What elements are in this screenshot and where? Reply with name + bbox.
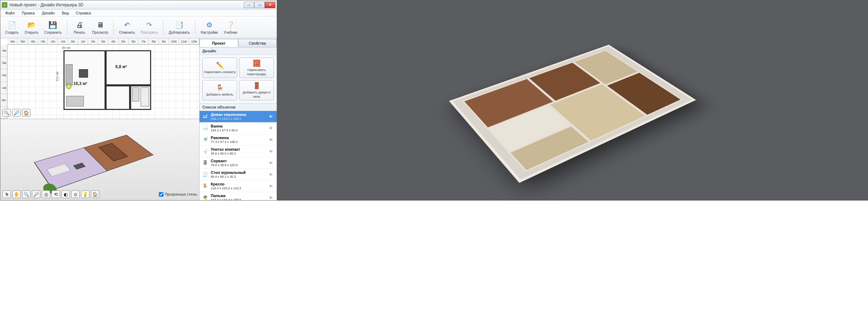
close-button[interactable]: ✕ xyxy=(265,2,275,8)
zoom-in-button[interactable]: 🔍 xyxy=(22,190,31,198)
object-row[interactable]: 🧾Стол журнальный80.4 x 80.1 x 30.3👁 xyxy=(200,169,277,181)
ruler-tick: 0м xyxy=(0,94,7,106)
tutorial-button[interactable]: ❔Учебник xyxy=(222,18,239,37)
zoom-in-button[interactable]: 🔍 xyxy=(2,109,11,117)
furniture-toilet[interactable] xyxy=(132,87,139,102)
create-button[interactable]: 📄Создать xyxy=(3,18,21,37)
object-icon: 🗄 xyxy=(202,159,209,166)
object-row[interactable]: 🗄Сервант79.0 x 39.6 x 222.0👁 xyxy=(200,157,277,169)
zoom-out-button[interactable]: 🔎 xyxy=(12,109,21,117)
zoom-out-button[interactable]: 🔎 xyxy=(32,190,40,198)
undo-button[interactable]: ↶Отменить xyxy=(117,18,137,37)
visibility-toggle-icon[interactable]: 👁 xyxy=(269,184,275,188)
tool-pan-button[interactable]: ✋ xyxy=(12,190,21,198)
furniture-bathtub[interactable] xyxy=(141,87,149,106)
tool-rotate-button[interactable]: ⟲ xyxy=(52,190,60,198)
monitor-icon: 🖥 xyxy=(95,20,105,30)
ruler-tick: 8м xyxy=(149,38,159,44)
menu-edit[interactable]: Правка xyxy=(19,10,38,16)
draw-partition-button[interactable]: 🧱Нарисовать перегородку xyxy=(239,58,274,78)
visibility-toggle-icon[interactable]: 👁 xyxy=(269,196,275,200)
furniture-sofa[interactable] xyxy=(66,96,84,106)
object-dims: 80.4 x 80.1 x 30.3 xyxy=(211,175,267,179)
floppy-icon: 💾 xyxy=(48,20,58,30)
separator xyxy=(195,20,195,35)
ruler-tick: 7м xyxy=(139,38,149,44)
object-dims: 127.4 x 116.2 x 158.5 xyxy=(211,198,267,200)
home-button[interactable]: 🏠 xyxy=(22,109,31,117)
room-secondary[interactable] xyxy=(106,50,151,85)
separator xyxy=(67,20,67,35)
object-icon: 🪑 xyxy=(202,183,209,190)
tool-orbit-button[interactable]: ◎ xyxy=(42,190,50,198)
ruler-tick: 5м xyxy=(119,38,129,44)
file-new-icon: 📄 xyxy=(7,20,17,30)
object-name: Сервант xyxy=(211,159,267,163)
view-3d[interactable]: 🖱 ✋ 🔍 🔎 ◎ ⟲ ◐ ⊙ 💡 🏠 Прозрачные стены xyxy=(0,119,199,200)
dimension-label: 84 см xyxy=(62,46,70,50)
floorplan[interactable]: 16,3 м² 6,8 м² 212 см 84 см xyxy=(63,50,151,110)
printer-icon: 🖨 xyxy=(75,20,85,30)
furniture-table[interactable] xyxy=(79,69,88,78)
design-header: Дизайн xyxy=(200,47,277,55)
open-button[interactable]: 📂Открыть xyxy=(23,18,40,37)
object-row[interactable]: 🛁Ванна154.2 x 67.5 x 50.4👁 xyxy=(200,123,277,134)
ruler-tick: -2м xyxy=(48,38,58,44)
menu-view[interactable]: Вид xyxy=(59,10,72,16)
visibility-toggle-icon[interactable]: 👁 xyxy=(269,126,275,130)
visibility-toggle-icon[interactable]: 👁 xyxy=(269,149,275,153)
visibility-toggle-icon[interactable]: 👁 xyxy=(269,138,275,142)
draw-room-button[interactable]: ✏️Нарисовать комнату xyxy=(202,58,237,78)
tab-project[interactable]: Проект xyxy=(200,39,238,47)
plan-zoom-controls: 🔍 🔎 🏠 xyxy=(2,109,31,117)
object-name: Кресло xyxy=(211,182,267,187)
preview-button[interactable]: 🖥Просмотр xyxy=(90,18,110,37)
object-row[interactable]: 🛋Диван еврокнижка235.1 x 113.1 x 102.2👁 xyxy=(200,111,277,123)
redo-button[interactable]: ↷Повторить xyxy=(139,18,160,37)
object-text: Кресло118.4 x 103.2 x 110.2 xyxy=(211,182,267,190)
minimize-button[interactable]: — xyxy=(244,2,254,8)
settings-button[interactable]: ⚙Настройки xyxy=(199,18,220,37)
object-list[interactable]: 🛋Диван еврокнижка235.1 x 113.1 x 102.2👁🛁… xyxy=(200,111,277,200)
object-name: Ванна xyxy=(211,124,267,129)
ruler-tick: -5м xyxy=(18,38,28,44)
tool-select-button[interactable]: 🖱 xyxy=(2,190,11,198)
ruler-tick: -1м xyxy=(58,38,68,44)
menu-design[interactable]: Дизайн xyxy=(39,10,58,16)
object-icon: 🌴 xyxy=(202,194,209,200)
add-doors-button[interactable]: 🚪Добавить двери и окна xyxy=(239,80,274,100)
separator xyxy=(113,20,114,35)
print-button[interactable]: 🖨Печать xyxy=(71,18,88,37)
room-hall[interactable] xyxy=(106,85,130,110)
maximize-button[interactable]: ▭ xyxy=(254,2,265,8)
object-name: Диван еврокнижка xyxy=(211,112,267,117)
plan-view-2d[interactable]: -6м-5м-4м-3м-2м-1м0м1м2м3м4м5м6м7м8м9м10… xyxy=(0,38,199,119)
tab-properties[interactable]: Свойства xyxy=(238,39,277,47)
add-furniture-button[interactable]: 🪑Добавить мебель xyxy=(202,80,237,100)
home-button[interactable]: 🏠 xyxy=(91,190,99,198)
object-row[interactable]: 🚿Раковина77.3 x 57.2 x 108.4👁 xyxy=(200,134,277,146)
object-row[interactable]: 🪑Кресло118.4 x 103.2 x 110.2👁 xyxy=(200,181,277,192)
tool-walk-button[interactable]: ◐ xyxy=(61,190,70,198)
tool-light-button[interactable]: 💡 xyxy=(81,190,89,198)
tool-camera-button[interactable]: ⊙ xyxy=(71,190,80,198)
visibility-toggle-icon[interactable]: 👁 xyxy=(269,172,275,177)
ruler-tick: -3м xyxy=(38,38,48,44)
object-row[interactable]: 🌴Пальма127.4 x 116.2 x 158.5👁 xyxy=(200,192,277,200)
main-toolbar: 📄Создать 📂Открыть 💾Сохранить 🖨Печать 🖥Пр… xyxy=(0,17,277,38)
menu-help[interactable]: Справка xyxy=(73,10,94,16)
transparent-walls-checkbox[interactable]: Прозрачные стены xyxy=(159,192,197,197)
object-row[interactable]: 🚽Унитаз компакт35.6 x 56.5 x 80.2👁 xyxy=(200,146,277,157)
duplicate-button[interactable]: 📑Дублировать xyxy=(167,18,191,37)
save-button[interactable]: 💾Сохранить xyxy=(42,18,63,37)
object-text: Стол журнальный80.4 x 80.1 x 30.3 xyxy=(211,170,267,179)
menu-file[interactable]: Файл xyxy=(2,10,18,16)
app-icon xyxy=(2,2,7,8)
furniture-shelf[interactable] xyxy=(66,64,73,85)
visibility-toggle-icon[interactable]: 👁 xyxy=(269,115,275,119)
transparent-walls-input[interactable] xyxy=(159,192,163,197)
object-name: Унитаз компакт xyxy=(211,147,267,152)
object-name: Пальма xyxy=(211,194,267,198)
visibility-toggle-icon[interactable]: 👁 xyxy=(269,161,275,165)
object-icon: 🛁 xyxy=(202,125,209,132)
